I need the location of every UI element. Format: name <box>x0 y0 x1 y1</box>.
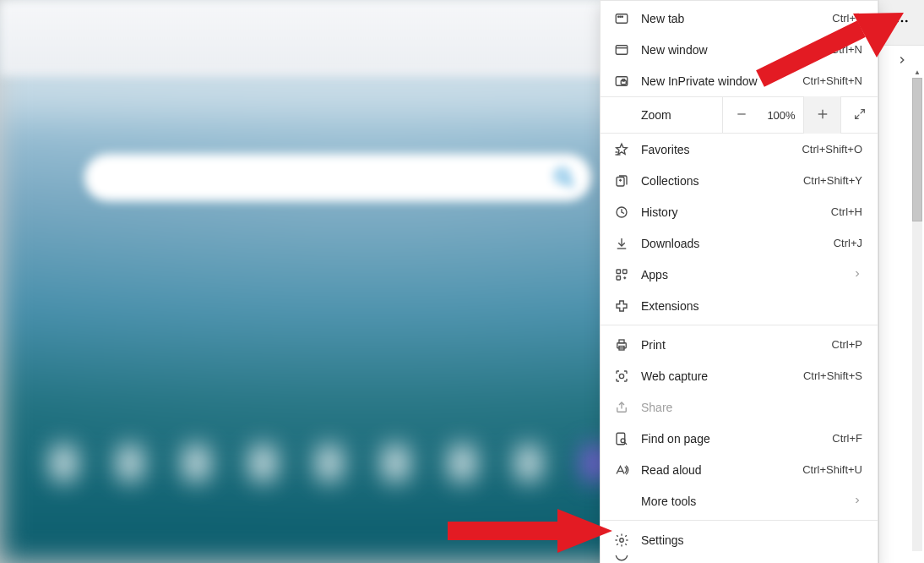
menu-item-label: Downloads <box>641 237 834 250</box>
history-icon <box>614 205 629 220</box>
menu-item-shortcut: Ctrl+F <box>832 432 862 445</box>
menu-item-label: Extensions <box>641 299 862 313</box>
svg-point-36 <box>619 374 623 378</box>
menu-item-label: Web capture <box>641 369 803 383</box>
menu-item-collections[interactable]: Collections Ctrl+Shift+Y <box>601 165 878 196</box>
scrollbar-thumb[interactable] <box>912 78 922 221</box>
collections-icon <box>614 173 629 189</box>
menu-item-read-aloud[interactable]: Read aloud Ctrl+Shift+U <box>601 454 878 485</box>
browser-side-toolbar: ▲ <box>878 0 924 563</box>
svg-point-0 <box>557 170 568 182</box>
svg-point-6 <box>618 16 619 17</box>
menu-item-settings[interactable]: Settings <box>601 524 878 555</box>
menu-item-history[interactable]: History Ctrl+H <box>601 196 878 227</box>
chevron-right-icon <box>896 54 908 68</box>
settings-and-more-menu: New tab Ctrl+T New window Ctrl+N New InP… <box>600 0 878 563</box>
menu-item-shortcut: Ctrl+H <box>831 205 862 218</box>
menu-separator <box>601 520 878 521</box>
menu-item-shortcut: Ctrl+J <box>834 237 862 249</box>
zoom-label: Zoom <box>601 108 722 122</box>
menu-item-label: New window <box>641 43 831 57</box>
menu-item-apps[interactable]: Apps <box>601 259 878 290</box>
find-icon <box>614 431 629 446</box>
svg-rect-9 <box>616 45 628 54</box>
search-icon <box>552 166 576 189</box>
scrollbar-up-arrow[interactable]: ▲ <box>912 68 922 78</box>
svg-rect-28 <box>617 270 621 274</box>
page-search-pill-blur <box>84 154 591 201</box>
menu-item-new-inprivate[interactable]: New InPrivate window Ctrl+Shift+N <box>601 65 878 96</box>
svg-line-1 <box>568 181 573 187</box>
menu-item-shortcut: Ctrl+Shift+U <box>802 463 862 476</box>
plus-icon <box>815 107 830 124</box>
menu-item-new-tab[interactable]: New tab Ctrl+T <box>601 3 878 34</box>
menu-item-shortcut: Ctrl+N <box>831 43 862 56</box>
svg-marker-19 <box>617 144 628 154</box>
menu-item-label: Settings <box>641 533 862 547</box>
settings-and-more-button[interactable] <box>879 0 924 46</box>
zoom-value: 100% <box>759 109 803 122</box>
help-icon <box>614 555 629 562</box>
web-capture-icon <box>614 369 629 384</box>
taskbar-blur <box>0 445 608 504</box>
menu-separator <box>601 325 878 325</box>
menu-item-share: Share <box>601 391 878 423</box>
menu-item-web-capture[interactable]: Web capture Ctrl+Shift+S <box>601 360 878 391</box>
zoom-row: Zoom 100% <box>601 96 878 134</box>
ellipsis-icon <box>894 14 910 31</box>
menu-item-label: Favorites <box>641 143 802 156</box>
fullscreen-icon <box>853 107 867 123</box>
menu-item-more-tools[interactable]: More tools <box>601 485 878 517</box>
menu-item-favorites[interactable]: Favorites Ctrl+Shift+O <box>601 134 878 165</box>
menu-item-find-on-page[interactable]: Find on page Ctrl+F <box>601 423 878 454</box>
gear-icon <box>614 533 629 548</box>
menu-item-shortcut: Ctrl+Shift+S <box>803 369 862 382</box>
chevron-right-icon <box>852 495 862 508</box>
svg-point-2 <box>896 20 899 23</box>
menu-item-label: Read aloud <box>641 463 802 477</box>
favorites-icon <box>614 142 629 157</box>
svg-line-18 <box>855 114 859 118</box>
menu-item-shortcut: Ctrl+Shift+N <box>802 74 862 87</box>
menu-item-new-window[interactable]: New window Ctrl+N <box>601 34 878 65</box>
new-window-icon <box>614 42 629 57</box>
menu-item-label: History <box>641 205 831 219</box>
svg-rect-5 <box>616 14 628 23</box>
menu-item-label: Share <box>641 401 862 414</box>
svg-line-17 <box>860 109 864 113</box>
zoom-out-button[interactable] <box>722 96 759 134</box>
menu-item-extensions[interactable]: Extensions <box>601 290 878 321</box>
svg-point-42 <box>620 538 624 542</box>
svg-point-3 <box>900 20 903 23</box>
menu-item-label: More tools <box>641 495 852 508</box>
svg-rect-30 <box>617 276 621 280</box>
menu-item-downloads[interactable]: Downloads Ctrl+J <box>601 227 878 259</box>
svg-point-7 <box>620 16 621 17</box>
print-icon <box>614 337 629 353</box>
zoom-in-button[interactable] <box>803 96 840 134</box>
downloads-icon <box>614 236 629 251</box>
menu-item-label: Apps <box>641 268 852 282</box>
blank-icon <box>614 494 629 509</box>
minus-icon <box>735 107 748 123</box>
share-icon <box>614 400 629 415</box>
menu-item-shortcut: Ctrl+T <box>832 12 862 25</box>
menu-item-cutoff <box>601 555 878 563</box>
svg-rect-34 <box>619 340 624 343</box>
svg-rect-29 <box>623 270 628 274</box>
fullscreen-button[interactable] <box>840 96 878 134</box>
menu-item-shortcut: Ctrl+Shift+Y <box>803 174 862 187</box>
menu-item-label: New tab <box>641 12 832 25</box>
apps-icon <box>614 267 629 282</box>
menu-item-label: Print <box>641 338 832 352</box>
menu-item-print[interactable]: Print Ctrl+P <box>601 329 878 360</box>
menu-item-shortcut: Ctrl+P <box>832 338 862 351</box>
new-tab-icon <box>614 11 629 26</box>
svg-point-8 <box>622 16 622 17</box>
menu-item-shortcut: Ctrl+Shift+O <box>802 143 862 156</box>
inprivate-icon <box>614 74 629 89</box>
menu-item-label: Collections <box>641 174 803 188</box>
menu-item-label: Find on page <box>641 432 832 445</box>
svg-point-4 <box>905 20 907 23</box>
read-aloud-icon <box>614 462 629 478</box>
